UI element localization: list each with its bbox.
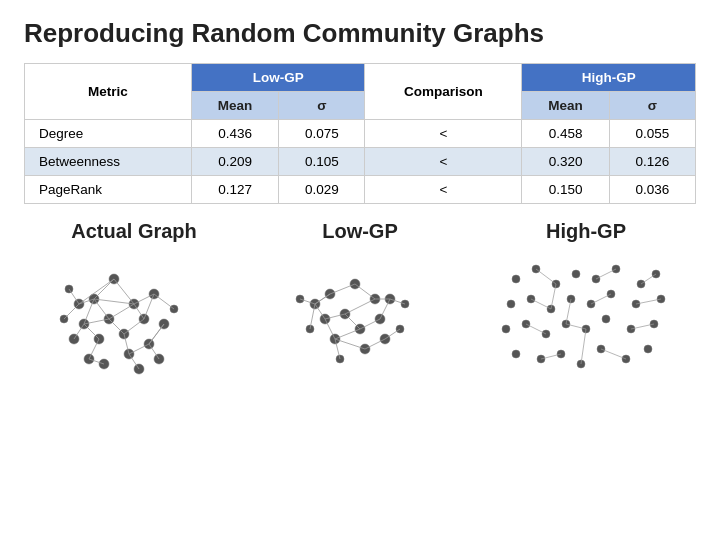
comparison-cell: < bbox=[365, 148, 522, 176]
svg-line-23 bbox=[114, 279, 134, 304]
svg-line-25 bbox=[109, 319, 124, 334]
low-sigma-cell: 0.029 bbox=[279, 176, 365, 204]
svg-line-65 bbox=[330, 284, 355, 294]
actual-graph-label: Actual Graph bbox=[71, 220, 197, 243]
svg-line-83 bbox=[315, 294, 330, 304]
actual-graph-svg bbox=[34, 249, 234, 389]
svg-point-115 bbox=[644, 345, 652, 353]
low-sigma-cell: 0.105 bbox=[279, 148, 365, 176]
svg-line-27 bbox=[124, 319, 144, 334]
svg-line-43 bbox=[64, 304, 79, 319]
svg-line-116 bbox=[536, 269, 556, 284]
svg-line-74 bbox=[315, 304, 325, 319]
svg-line-124 bbox=[631, 324, 654, 329]
svg-point-109 bbox=[512, 350, 520, 358]
comparison-header: Comparison bbox=[365, 64, 522, 120]
svg-line-119 bbox=[531, 299, 551, 309]
svg-line-117 bbox=[596, 269, 616, 279]
svg-point-106 bbox=[602, 315, 610, 323]
svg-line-78 bbox=[385, 329, 400, 339]
low-gp-graph-container: Low-GP bbox=[250, 220, 470, 389]
svg-line-29 bbox=[129, 344, 149, 354]
low-gp-group-header: Low-GP bbox=[191, 64, 365, 92]
svg-line-77 bbox=[365, 339, 385, 349]
comparison-cell: < bbox=[365, 176, 522, 204]
svg-line-31 bbox=[84, 324, 99, 339]
table-row: Betweenness 0.209 0.105 < 0.320 0.126 bbox=[25, 148, 696, 176]
svg-point-93 bbox=[507, 300, 515, 308]
low-mean-cell: 0.209 bbox=[191, 148, 278, 176]
svg-line-75 bbox=[325, 319, 335, 339]
svg-line-47 bbox=[109, 304, 134, 319]
svg-line-66 bbox=[355, 284, 375, 299]
low-sigma-header: σ bbox=[279, 92, 365, 120]
high-gp-graph-container: High-GP bbox=[476, 220, 696, 389]
svg-line-122 bbox=[526, 324, 546, 334]
svg-line-76 bbox=[335, 339, 365, 349]
svg-line-21 bbox=[94, 279, 114, 299]
graphs-section: Actual Graph bbox=[24, 220, 696, 389]
high-mean-cell: 0.320 bbox=[522, 148, 609, 176]
svg-line-84 bbox=[335, 329, 360, 339]
svg-line-67 bbox=[345, 299, 375, 314]
low-gp-graph-label: Low-GP bbox=[322, 220, 398, 243]
svg-line-70 bbox=[360, 319, 380, 329]
low-gp-graph-svg bbox=[260, 249, 460, 389]
svg-line-34 bbox=[74, 324, 84, 339]
svg-line-126 bbox=[601, 349, 626, 359]
actual-graph-container: Actual Graph bbox=[24, 220, 244, 389]
svg-line-129 bbox=[581, 329, 586, 364]
high-sigma-cell: 0.055 bbox=[609, 120, 695, 148]
low-sigma-cell: 0.075 bbox=[279, 120, 365, 148]
svg-line-45 bbox=[154, 294, 174, 309]
svg-line-69 bbox=[345, 314, 360, 329]
svg-line-121 bbox=[636, 299, 661, 304]
high-gp-group-header: High-GP bbox=[522, 64, 696, 92]
metric-header: Metric bbox=[25, 64, 192, 120]
page-title: Reproducing Random Community Graphs bbox=[24, 18, 696, 49]
low-mean-cell: 0.436 bbox=[191, 120, 278, 148]
high-gp-graph-label: High-GP bbox=[546, 220, 626, 243]
high-sigma-header: σ bbox=[609, 92, 695, 120]
svg-line-37 bbox=[144, 294, 154, 319]
svg-line-42 bbox=[149, 344, 159, 359]
metric-cell: PageRank bbox=[25, 176, 192, 204]
svg-line-32 bbox=[89, 339, 99, 359]
svg-line-26 bbox=[134, 304, 144, 319]
svg-point-85 bbox=[512, 275, 520, 283]
high-sigma-cell: 0.126 bbox=[609, 148, 695, 176]
svg-point-101 bbox=[502, 325, 510, 333]
high-mean-header: Mean bbox=[522, 92, 609, 120]
svg-line-44 bbox=[69, 289, 79, 304]
svg-line-40 bbox=[149, 324, 164, 344]
low-mean-cell: 0.127 bbox=[191, 176, 278, 204]
svg-line-41 bbox=[129, 354, 139, 369]
high-mean-cell: 0.150 bbox=[522, 176, 609, 204]
svg-line-24 bbox=[94, 299, 109, 319]
svg-line-127 bbox=[551, 284, 556, 309]
comparison-table: Metric Low-GP Comparison High-GP Mean σ … bbox=[24, 63, 696, 204]
svg-line-22 bbox=[94, 299, 134, 304]
svg-point-88 bbox=[572, 270, 580, 278]
high-sigma-cell: 0.036 bbox=[609, 176, 695, 204]
svg-line-46 bbox=[84, 299, 94, 324]
metric-cell: Degree bbox=[25, 120, 192, 148]
high-mean-cell: 0.458 bbox=[522, 120, 609, 148]
low-mean-header: Mean bbox=[191, 92, 278, 120]
svg-line-71 bbox=[380, 299, 390, 319]
comparison-cell: < bbox=[365, 120, 522, 148]
metric-cell: Betweenness bbox=[25, 148, 192, 176]
high-gp-graph-svg bbox=[486, 249, 686, 389]
svg-line-128 bbox=[566, 299, 571, 324]
svg-line-120 bbox=[591, 294, 611, 304]
svg-line-118 bbox=[641, 274, 656, 284]
table-row: Degree 0.436 0.075 < 0.458 0.055 bbox=[25, 120, 696, 148]
table-row: PageRank 0.127 0.029 < 0.150 0.036 bbox=[25, 176, 696, 204]
